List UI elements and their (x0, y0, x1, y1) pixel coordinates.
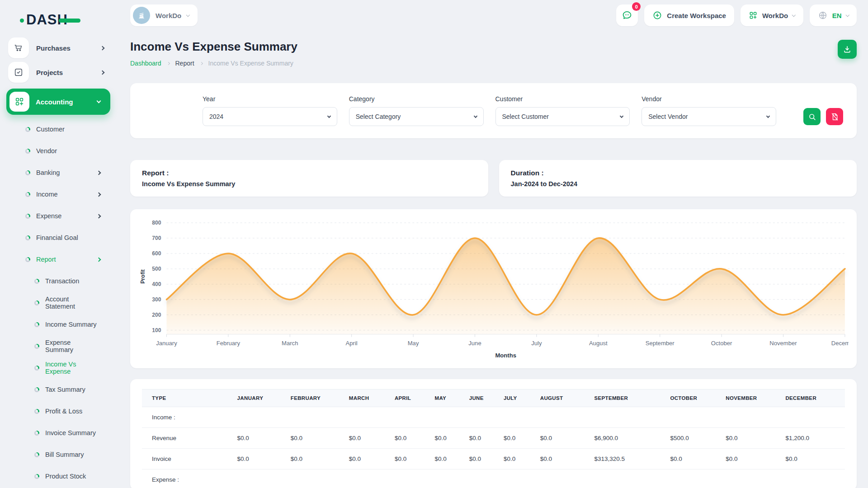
year-field: Year 2024 (203, 95, 337, 126)
chevron-down-icon (792, 13, 796, 17)
grid-plus-icon (749, 11, 758, 20)
page-header-text: Income Vs Expense Summary Dashboard Repo… (130, 40, 297, 67)
reset-filter-button[interactable] (826, 108, 843, 125)
sidebar-item-customer[interactable]: Customer (0, 118, 117, 140)
workdo-menu-button[interactable]: WorkDo (741, 5, 803, 26)
sidebar-item-label: Expense (36, 212, 91, 220)
messages-button[interactable]: 0 (616, 5, 638, 26)
sidebar-item-financial-goal[interactable]: Financial Goal (0, 227, 117, 249)
sidebar: DASH Purchases Projects Accounting (0, 0, 117, 488)
svg-text:August: August (589, 340, 608, 347)
sidebar-item-product-stock[interactable]: Product Stock (0, 465, 117, 487)
clear-filter-icon (830, 113, 839, 121)
column-header-september: SEPTEMBER (590, 389, 665, 407)
svg-text:April: April (346, 340, 358, 347)
cell-value: $0.0 (499, 428, 536, 449)
sidebar-item-report[interactable]: Report (0, 249, 117, 270)
chevron-right-icon (97, 170, 101, 175)
workspace-name: WorkDo (156, 12, 181, 19)
sidebar-item-income-summary[interactable]: Income Summary (0, 314, 117, 335)
row-label: Invoice (142, 449, 233, 469)
accounting-icon-box (9, 92, 29, 112)
projects-icon-box (8, 62, 29, 83)
customer-select[interactable]: Select Customer (495, 107, 630, 126)
svg-text:November: November (769, 340, 797, 347)
customer-select-value: Select Customer (502, 113, 549, 120)
summary-table: TYPEJANUARYFEBRUARYMARCHAPRILMAYJUNEJULY… (142, 389, 845, 488)
bullet-ring-icon (34, 431, 39, 436)
sidebar-item-projects[interactable]: Projects (0, 61, 117, 84)
chat-bubble-icon (621, 9, 633, 21)
cell-value: $0.0 (465, 449, 499, 469)
bullet-ring-icon (25, 149, 30, 154)
bullet-ring-icon (25, 192, 30, 197)
svg-text:June: June (468, 340, 481, 347)
table-body: Income :Revenue$0.0$0.0$0.0$0.0$0.0$0.0$… (142, 407, 845, 488)
year-select-value: 2024 (209, 113, 223, 120)
report-card: Report : Income Vs Expense Summary (130, 160, 488, 197)
search-icon (808, 113, 816, 121)
sidebar-item-label: Bill Summary (45, 451, 100, 458)
breadcrumb-report[interactable]: Report (175, 60, 194, 67)
breadcrumb-dashboard[interactable]: Dashboard (130, 60, 161, 67)
category-field: Category Select Category (349, 95, 484, 126)
sidebar-item-income-vs-expense[interactable]: Income Vs Expense (0, 357, 117, 379)
accounting-submenu: CustomerVendorBankingIncomeExpenseFinanc… (0, 117, 117, 488)
purchases-icon-box (8, 38, 29, 58)
vendor-select-value: Select Vendor (648, 113, 688, 120)
sidebar-item-label: Account Statement (45, 296, 100, 310)
sidebar-item-tax-summary[interactable]: Tax Summary (0, 379, 117, 400)
year-label: Year (203, 95, 337, 103)
sidebar-item-profit-loss[interactable]: Profit & Loss (0, 400, 117, 422)
cell-value: $0.0 (344, 449, 390, 469)
sidebar-item-vendor[interactable]: Vendor (0, 140, 117, 162)
brand-logo[interactable]: DASH (0, 2, 117, 35)
svg-text:February: February (217, 340, 241, 347)
bullet-ring-icon (34, 279, 39, 284)
cell-value: $313,320.5 (590, 449, 665, 469)
chevron-right-icon (100, 46, 105, 50)
workspace-selector[interactable]: WorkDo (130, 5, 198, 26)
language-selector[interactable]: EN (810, 5, 857, 26)
create-workspace-button[interactable]: Create Workspace (644, 5, 734, 26)
sidebar-item-purchases[interactable]: Purchases (0, 36, 117, 60)
column-header-january: JANUARY (233, 389, 286, 407)
sidebar-item-expense[interactable]: Expense (0, 205, 117, 227)
year-select[interactable]: 2024 (203, 107, 337, 126)
sidebar-item-account-statement[interactable]: Account Statement (0, 292, 117, 314)
cell-value: $0.0 (344, 428, 390, 449)
category-select[interactable]: Select Category (349, 107, 484, 126)
column-header-july: JULY (499, 389, 536, 407)
chevron-right-icon (166, 61, 170, 65)
bullet-ring-icon (34, 300, 39, 305)
download-button[interactable] (838, 40, 857, 59)
sidebar-item-expense-summary[interactable]: Expense Summary (0, 335, 117, 357)
bullet-ring-icon (25, 127, 30, 132)
sidebar-item-banking[interactable]: Banking (0, 162, 117, 183)
vendor-select[interactable]: Select Vendor (642, 107, 776, 126)
app-root: DASH Purchases Projects Accounting (0, 0, 868, 488)
bullet-ring-icon (34, 452, 39, 457)
chevron-right-icon (97, 192, 101, 197)
column-header-february: FEBRUARY (286, 389, 344, 407)
svg-text:December: December (831, 340, 849, 347)
sidebar-item-income[interactable]: Income (0, 183, 117, 205)
breadcrumb: Dashboard Report Income Vs Expense Summa… (130, 60, 297, 67)
sidebar-item-label: Accounting (36, 98, 91, 106)
cell-value: $6,900.0 (590, 428, 665, 449)
cell-value: $0.0 (430, 428, 465, 449)
bullet-ring-icon (34, 322, 39, 327)
column-header-august: AUGUST (536, 389, 590, 407)
sidebar-item-bill-summary[interactable]: Bill Summary (0, 444, 117, 465)
column-header-april: APRIL (390, 389, 430, 407)
sidebar-item-transaction[interactable]: Transaction (0, 270, 117, 292)
chevron-right-icon (100, 70, 105, 75)
search-button[interactable] (803, 108, 821, 125)
sidebar-item-accounting[interactable]: Accounting (6, 89, 110, 115)
workspace-avatar (133, 7, 150, 24)
svg-text:500: 500 (152, 266, 161, 272)
cell-value: $0.0 (390, 449, 430, 469)
sidebar-item-invoice-summary[interactable]: Invoice Summary (0, 422, 117, 444)
duration-card: Duration : Jan-2024 to Dec-2024 (499, 160, 857, 197)
cell-value: $0.0 (430, 449, 465, 469)
